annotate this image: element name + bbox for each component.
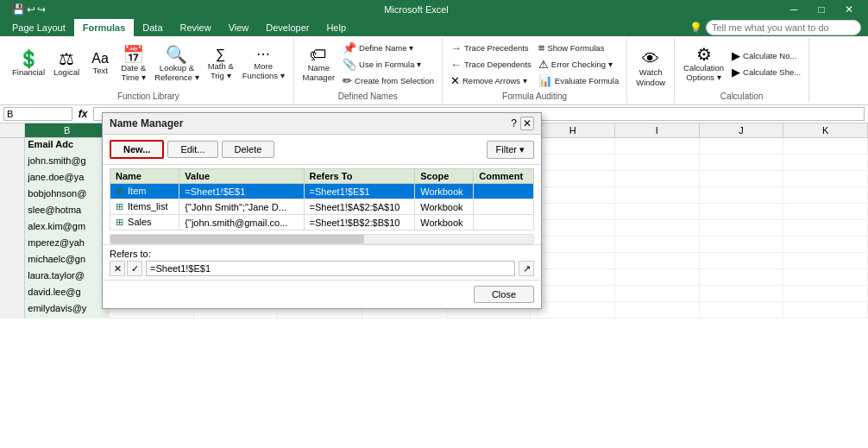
evaluate-formula-button[interactable]: 📊 Evaluate Formula bbox=[536, 73, 621, 88]
name-manager-button[interactable]: 🏷 NameManager bbox=[299, 44, 339, 85]
table-row[interactable]: ⊞ Sales {"john.smith@gmail.co... =Sheet1… bbox=[110, 215, 534, 230]
define-name-button[interactable]: 📌 Define Name ▾ bbox=[340, 41, 437, 55]
calculate-now-icon: ▶ bbox=[732, 49, 740, 62]
calculate-sheet-button[interactable]: ▶ Calculate She... bbox=[729, 65, 803, 79]
cancel-refers-icon[interactable]: ✕ bbox=[110, 261, 125, 276]
text-button[interactable]: Aa Text bbox=[85, 50, 116, 77]
calculate-now-button[interactable]: ▶ Calculate No... bbox=[729, 48, 803, 63]
cell-i1[interactable] bbox=[615, 138, 700, 154]
save-icon[interactable]: 💾 bbox=[12, 3, 25, 16]
maximize-button[interactable]: □ bbox=[809, 2, 833, 17]
redo-icon[interactable]: ↪ bbox=[37, 3, 46, 16]
close-dialog-button[interactable]: Close bbox=[474, 286, 534, 303]
error-checking-button[interactable]: ⚠ Error Checking ▾ bbox=[536, 57, 621, 72]
new-name-button[interactable]: New... bbox=[110, 140, 164, 159]
dialog-close-button[interactable]: ✕ bbox=[520, 117, 534, 130]
cell-b11[interactable]: emilydavis@y bbox=[25, 302, 110, 318]
cell-b8[interactable]: michaelc@gn bbox=[25, 253, 110, 268]
calculation-options-button[interactable]: ⚙ CalculationOptions ▾ bbox=[680, 44, 727, 85]
cell-b7[interactable]: mperez@yah bbox=[25, 237, 110, 252]
col-header-b[interactable]: B bbox=[25, 123, 110, 137]
cell-b5[interactable]: slee@hotma bbox=[25, 204, 110, 219]
date-time-button[interactable]: 📅 Date &Time ▾ bbox=[117, 44, 149, 85]
delete-name-button[interactable]: Delete bbox=[222, 141, 275, 158]
cell-k1[interactable] bbox=[783, 138, 868, 154]
row-num bbox=[0, 204, 25, 219]
remove-arrows-icon: ✕ bbox=[450, 74, 460, 87]
dialog-title-bar: Name Manager ? ✕ bbox=[103, 113, 541, 135]
filter-button[interactable]: Filter ▾ bbox=[487, 141, 534, 159]
refers-to-row: ✕ ✓ ↗ bbox=[110, 261, 534, 276]
financial-button[interactable]: 💲 Financial bbox=[9, 48, 48, 79]
col-header-k[interactable]: K bbox=[783, 123, 868, 137]
refers-to-input[interactable] bbox=[146, 261, 515, 276]
expand-refers-button[interactable]: ↗ bbox=[519, 261, 534, 276]
row-num bbox=[0, 220, 25, 236]
more-functions-icon: ⋯ bbox=[256, 47, 270, 61]
fx-icon[interactable]: fx bbox=[76, 107, 90, 121]
value-cell: {"john.smith@gmail.co... bbox=[179, 215, 304, 230]
logical-button[interactable]: ⚖ Logical bbox=[50, 48, 83, 79]
col-header-refers-to: Refers To bbox=[304, 169, 415, 184]
tab-page-layout[interactable]: Page Layout bbox=[3, 19, 74, 36]
cell-b3[interactable]: jane.doe@ya bbox=[25, 171, 110, 186]
trace-dependents-icon: ← bbox=[450, 58, 462, 71]
name-manager-icon: 🏷 bbox=[310, 46, 327, 63]
tab-data[interactable]: Data bbox=[134, 19, 171, 36]
cell-h1[interactable] bbox=[531, 138, 615, 154]
logical-icon: ⚖ bbox=[59, 50, 74, 67]
tell-me-input[interactable] bbox=[706, 20, 861, 35]
financial-icon: 💲 bbox=[18, 50, 40, 67]
lookup-reference-button[interactable]: 🔍 Lookup &Reference ▾ bbox=[151, 44, 202, 85]
watch-window-button[interactable]: 👁 WatchWindow bbox=[632, 48, 669, 89]
refers-to-cell: =Sheet1!$E$1 bbox=[304, 184, 415, 199]
cell-b9[interactable]: laura.taylor@ bbox=[25, 269, 110, 285]
app-title: Microsoft Excel bbox=[58, 4, 775, 15]
cell-b6[interactable]: alex.kim@gm bbox=[25, 220, 110, 236]
name-cell: ⊞ Sales bbox=[110, 215, 179, 230]
dialog-help-icon[interactable]: ? bbox=[511, 117, 517, 129]
use-in-formula-button[interactable]: 📎 Use in Formula ▾ bbox=[340, 57, 437, 72]
confirm-refers-icon[interactable]: ✓ bbox=[127, 261, 142, 276]
grid-icon: ⊞ bbox=[116, 201, 123, 211]
row-num bbox=[0, 286, 25, 301]
watch-window-icon: 👁 bbox=[642, 50, 659, 67]
col-header-h[interactable]: H bbox=[531, 123, 615, 137]
cell-j1[interactable] bbox=[700, 138, 784, 154]
tab-help[interactable]: Help bbox=[318, 19, 355, 36]
name-box[interactable] bbox=[3, 107, 72, 121]
close-window-button[interactable]: ✕ bbox=[837, 2, 861, 17]
col-header-j[interactable]: J bbox=[700, 123, 784, 137]
horizontal-scrollbar[interactable] bbox=[110, 234, 534, 244]
minimize-button[interactable]: ─ bbox=[782, 2, 806, 17]
scope-cell: Workbook bbox=[415, 199, 474, 215]
tab-review[interactable]: Review bbox=[172, 19, 220, 36]
more-functions-button[interactable]: ⋯ MoreFunctions ▾ bbox=[239, 46, 288, 83]
math-trig-button[interactable]: ∑ Math &Trig ▾ bbox=[204, 46, 237, 83]
tab-view[interactable]: View bbox=[220, 19, 258, 36]
text-icon: Aa bbox=[91, 52, 109, 66]
create-from-selection-button[interactable]: ✏ Create from Selection bbox=[340, 73, 437, 88]
cell-b10[interactable]: david.lee@g bbox=[25, 286, 110, 301]
cell-b1[interactable]: Email Adc bbox=[25, 138, 110, 154]
cell-b4[interactable]: bobjohnson@ bbox=[25, 187, 110, 203]
table-row[interactable]: ⊞ Items_list {"John Smith";"Jane D... =S… bbox=[110, 199, 534, 215]
names-table-container: Name Value Refers To Scope Comment ⊞ Ite… bbox=[103, 165, 541, 234]
cell-b2[interactable]: john.smith@g bbox=[25, 155, 110, 170]
col-header-comment: Comment bbox=[474, 169, 534, 184]
show-formulas-button[interactable]: ≡ Show Formulas bbox=[536, 41, 621, 55]
col-header-i[interactable]: I bbox=[615, 123, 700, 137]
remove-arrows-button[interactable]: ✕ Remove Arrows ▾ bbox=[448, 73, 534, 88]
edit-name-button[interactable]: Edit... bbox=[167, 141, 217, 158]
ribbon-tabs: Page Layout Formulas Data Review View De… bbox=[0, 19, 868, 36]
trace-precedents-button[interactable]: → Trace Precedents bbox=[448, 41, 534, 55]
math-icon: ∑ bbox=[216, 47, 225, 61]
dialog-controls: ? ✕ bbox=[511, 117, 534, 130]
col-header-name: Name bbox=[110, 169, 179, 184]
trace-dependents-button[interactable]: ← Trace Dependents bbox=[448, 57, 534, 72]
window-controls: ─ □ ✕ bbox=[782, 2, 861, 17]
table-row[interactable]: ⊞ Item =Sheet1!$E$1 =Sheet1!$E$1 Workboo… bbox=[110, 184, 534, 199]
tab-developer[interactable]: Developer bbox=[257, 19, 318, 36]
undo-icon[interactable]: ↩ bbox=[27, 3, 35, 16]
tab-formulas[interactable]: Formulas bbox=[74, 19, 135, 36]
